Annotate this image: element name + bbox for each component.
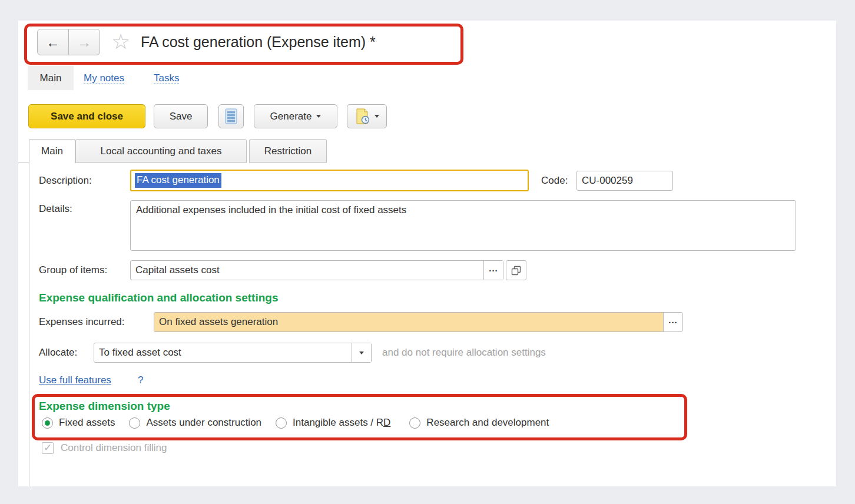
nav-link-my-notes[interactable]: My notes — [84, 66, 124, 90]
dimension-type-radio-group: Fixed assets Assets under construction I… — [42, 417, 549, 429]
group-of-items-choose-button[interactable]: ... — [483, 261, 503, 280]
page-title: FA cost generation (Expense item) * — [141, 34, 376, 51]
allocate-dropdown-button[interactable] — [352, 343, 371, 362]
allocate-label: Allocate: — [39, 347, 77, 359]
details-label: Details: — [39, 203, 72, 215]
radio-research-and-development-label: Research and development — [426, 417, 549, 429]
section-heading-qualification: Expense qualification and allocation set… — [39, 291, 278, 304]
nav-link-tasks-label: Tasks — [154, 72, 179, 84]
radio-assets-under-construction[interactable]: Assets under construction — [129, 417, 261, 429]
code-value: CU-000259 — [577, 175, 633, 187]
code-input[interactable]: CU-000259 — [576, 171, 673, 191]
caret-down-icon — [359, 352, 364, 354]
group-of-items-open-button[interactable] — [506, 260, 526, 280]
expenses-incurred-value: On fixed assets generation — [154, 316, 278, 328]
expenses-incurred-choose-button[interactable]: ... — [663, 313, 682, 331]
radio-fixed-assets-label: Fixed assets — [59, 417, 115, 429]
group-of-items-value: Capital assets cost — [131, 264, 220, 276]
document-clock-icon — [355, 108, 370, 124]
generate-button[interactable]: Generate — [254, 104, 337, 128]
nav-link-my-notes-label: My notes — [84, 72, 124, 84]
expenses-incurred-input[interactable]: On fixed assets generation ... — [154, 312, 683, 332]
forward-arrow-icon: → — [77, 34, 91, 50]
caret-down-icon — [316, 115, 321, 118]
caret-down-icon — [375, 115, 379, 118]
save-and-close-label: Save and close — [51, 111, 123, 122]
description-selected-text: FA cost generation — [135, 173, 221, 188]
control-dimension-filling-label: Control dimension filling — [61, 442, 167, 454]
save-and-close-button[interactable]: Save and close — [28, 104, 145, 128]
save-label: Save — [170, 111, 193, 122]
details-textarea[interactable]: Additional expenses included in the init… — [130, 200, 796, 251]
expenses-incurred-label: Expenses incurred: — [39, 316, 125, 328]
description-input[interactable]: FA cost generation — [130, 170, 529, 191]
list-structure-icon — [225, 108, 237, 124]
nav-tab-main[interactable]: Main — [28, 66, 74, 90]
radio-assets-under-construction-label: Assets under construction — [146, 417, 261, 429]
back-arrow-icon: ← — [46, 34, 60, 50]
nav-link-tasks[interactable]: Tasks — [154, 66, 179, 90]
control-dimension-filling-row: ✓ Control dimension filling — [42, 442, 167, 454]
radio-selected-icon — [42, 417, 53, 429]
forward-button[interactable]: → — [68, 29, 100, 55]
group-of-items-label: Group of items: — [39, 264, 107, 276]
open-in-window-icon — [511, 266, 521, 276]
radio-intangible-assets-rd[interactable]: Intangible assets / RD — [276, 417, 390, 429]
checkbox-checked-disabled-icon[interactable]: ✓ — [42, 442, 54, 454]
allocate-select[interactable]: To fixed asset cost — [94, 343, 372, 363]
save-button[interactable]: Save — [154, 104, 208, 128]
back-button[interactable]: ← — [37, 29, 69, 55]
generate-label: Generate — [270, 111, 312, 122]
radio-unselected-icon — [409, 417, 420, 429]
tab-local-accounting-and-taxes[interactable]: Local accounting and taxes — [75, 139, 247, 163]
subordination-structure-button[interactable] — [218, 104, 244, 128]
tab-main[interactable]: Main — [29, 139, 75, 164]
group-of-items-input[interactable]: Capital assets cost ... — [130, 260, 503, 280]
radio-unselected-icon — [129, 417, 140, 429]
section-heading-dimension-type: Expense dimension type — [39, 400, 170, 413]
description-label: Description: — [39, 175, 92, 187]
use-full-features-label: Use full features — [39, 374, 111, 386]
radio-research-and-development[interactable]: Research and development — [409, 417, 549, 429]
scheduled-document-button[interactable] — [347, 104, 387, 128]
form-window: ← → ☆ FA cost generation (Expense item) … — [18, 21, 836, 486]
code-label: Code: — [541, 175, 568, 187]
favorite-star-icon[interactable]: ☆ — [111, 30, 130, 54]
radio-unselected-icon — [276, 417, 287, 429]
allocate-value: To fixed asset cost — [94, 347, 181, 359]
allocate-hint: and do not require allocation settings — [382, 347, 546, 359]
use-full-features-link[interactable]: Use full features — [39, 374, 111, 386]
tab-restriction[interactable]: Restriction — [249, 139, 327, 163]
radio-intangible-assets-rd-label: Intangible assets / RD — [293, 417, 390, 429]
help-link[interactable]: ? — [138, 374, 143, 386]
radio-fixed-assets[interactable]: Fixed assets — [42, 417, 115, 429]
